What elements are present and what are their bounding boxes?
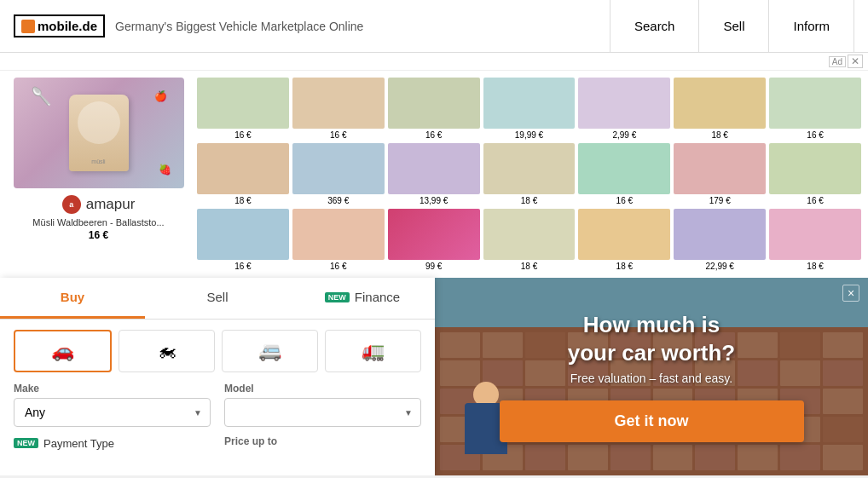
grid-price: 18 € xyxy=(616,262,633,271)
list-item[interactable]: 18 € xyxy=(483,143,576,205)
promo-subtitle: Free valuation – fast and easy. xyxy=(570,371,732,385)
nav-item-sell[interactable]: Sell xyxy=(698,0,768,53)
logo-text: mobile.de xyxy=(38,19,97,33)
grid-price: 369 € xyxy=(327,196,349,205)
vehicle-type-car[interactable]: 🚗 xyxy=(14,330,112,372)
list-item[interactable]: 16 € xyxy=(292,78,385,140)
grid-price: 16 € xyxy=(330,262,346,271)
promo-title: How much is your car worth? xyxy=(568,311,735,366)
ad-brand: a amapur xyxy=(62,195,136,214)
list-item[interactable]: 16 € xyxy=(769,78,861,140)
new-badge: NEW xyxy=(325,292,350,302)
payment-type-group: NEW Payment Type xyxy=(14,437,211,450)
make-select[interactable]: Any xyxy=(14,398,211,427)
grid-price: 16 € xyxy=(807,130,823,140)
nav-item-search[interactable]: Search xyxy=(610,0,699,53)
form-row-make-model: Make Any ▼ Model ▼ xyxy=(0,383,435,427)
vehicle-types: 🚗 🏍 🚐 🚛 xyxy=(0,320,435,383)
brand-logo-icon: a xyxy=(62,195,81,214)
list-item[interactable]: 99 € xyxy=(388,209,480,271)
price-group: Price up to xyxy=(224,435,421,451)
list-item[interactable]: 16 € xyxy=(197,78,289,140)
tab-buy[interactable]: Buy xyxy=(0,278,145,319)
list-item[interactable]: 179 € xyxy=(674,143,766,205)
logo-square xyxy=(21,20,35,33)
list-item[interactable]: 18 € xyxy=(483,209,576,271)
grid-price: 179 € xyxy=(709,196,731,205)
list-item[interactable]: 18 € xyxy=(674,78,766,140)
ad-label: Ad xyxy=(829,56,846,67)
ad-grid: 16 € 16 € 16 € 19,99 € 2,99 € 18 € xyxy=(197,78,861,271)
grid-price: 18 € xyxy=(807,262,823,271)
form-group-make: Make Any ▼ xyxy=(14,383,211,427)
model-select[interactable] xyxy=(224,398,421,427)
grid-price: 16 € xyxy=(616,196,633,205)
ad-banner: Ad ✕ müsli 🥄 🍎 🍓 a amapur Müsli Waldbeer… xyxy=(0,53,868,278)
model-label: Model xyxy=(224,383,421,394)
payment-type-label: Payment Type xyxy=(43,437,114,450)
grid-price: 13,99 € xyxy=(420,196,448,205)
vehicle-type-motorcycle[interactable]: 🏍 xyxy=(119,330,215,372)
grid-price: 16 € xyxy=(807,196,823,205)
vehicle-type-truck[interactable]: 🚛 xyxy=(325,330,421,372)
ad-close-icon[interactable]: ✕ xyxy=(848,55,863,68)
ad-left-panel: müsli 🥄 🍎 🍓 a amapur Müsli Waldbeeren - … xyxy=(7,78,190,241)
main-content: Buy Sell NEW Finance 🚗 🏍 🚐 🚛 Make xyxy=(0,278,868,475)
brand-name: amapur xyxy=(86,196,136,213)
header-tagline: Germany's Biggest Vehicle Marketplace On… xyxy=(115,20,610,33)
list-item[interactable]: 22,99 € xyxy=(674,209,766,271)
list-item[interactable]: 16 € xyxy=(388,78,480,140)
grid-price: 18 € xyxy=(234,196,251,205)
list-item[interactable]: 13,99 € xyxy=(388,143,480,205)
grid-price: 16 € xyxy=(234,130,251,140)
form-group-model: Model ▼ xyxy=(224,383,421,427)
grid-price: 18 € xyxy=(521,262,537,271)
grid-price: 16 € xyxy=(330,130,346,140)
promo-close-button[interactable]: × xyxy=(842,285,859,302)
list-item[interactable]: 16 € xyxy=(769,143,861,205)
ad-inner: müsli 🥄 🍎 🍓 a amapur Müsli Waldbeeren - … xyxy=(0,71,868,278)
list-item[interactable]: 19,99 € xyxy=(483,78,576,140)
list-item[interactable]: 18 € xyxy=(578,209,670,271)
grid-price: 19,99 € xyxy=(515,130,543,140)
promo-panel: × How much is your car worth? Free valua… xyxy=(435,278,868,475)
payment-new-badge: NEW xyxy=(14,438,38,448)
list-item[interactable]: 2,99 € xyxy=(578,78,670,140)
ad-top-bar: Ad ✕ xyxy=(0,53,868,71)
header: mobile.de Germany's Biggest Vehicle Mark… xyxy=(0,0,868,53)
grid-price: 2,99 € xyxy=(612,130,636,140)
tab-sell[interactable]: Sell xyxy=(145,278,290,319)
ad-product-name: Müsli Waldbeeren - Ballaststо... xyxy=(32,217,164,227)
list-item[interactable]: 18 € xyxy=(769,209,861,271)
nav-item-inform[interactable]: Inform xyxy=(768,0,854,53)
tab-finance[interactable]: NEW Finance xyxy=(290,278,435,319)
vehicle-type-motorhome[interactable]: 🚐 xyxy=(222,330,318,372)
tabs: Buy Sell NEW Finance xyxy=(0,278,435,320)
grid-price: 99 € xyxy=(425,262,442,271)
price-label: Price up to xyxy=(224,435,421,447)
list-item[interactable]: 369 € xyxy=(292,143,385,205)
ad-product-price: 16 € xyxy=(89,229,108,241)
get-it-now-button[interactable]: Get it now xyxy=(500,400,804,442)
search-panel: Buy Sell NEW Finance 🚗 🏍 🚐 🚛 Make xyxy=(0,278,435,475)
list-item[interactable]: 16 € xyxy=(578,143,670,205)
promo-content: × How much is your car worth? Free valua… xyxy=(435,278,868,475)
logo[interactable]: mobile.de xyxy=(14,14,105,37)
grid-price: 16 € xyxy=(234,262,251,271)
list-item[interactable]: 16 € xyxy=(197,209,289,271)
grid-price: 22,99 € xyxy=(706,262,734,271)
grid-price: 18 € xyxy=(711,130,727,140)
form-row-payment-price: NEW Payment Type Price up to xyxy=(0,435,435,451)
list-item[interactable]: 16 € xyxy=(292,209,385,271)
grid-price: 16 € xyxy=(425,130,442,140)
header-nav: Search Sell Inform xyxy=(610,0,854,53)
grid-price: 18 € xyxy=(521,196,537,205)
make-label: Make xyxy=(14,383,211,394)
ad-product-image: müsli 🥄 🍎 🍓 xyxy=(14,78,184,188)
list-item[interactable]: 18 € xyxy=(197,143,289,205)
